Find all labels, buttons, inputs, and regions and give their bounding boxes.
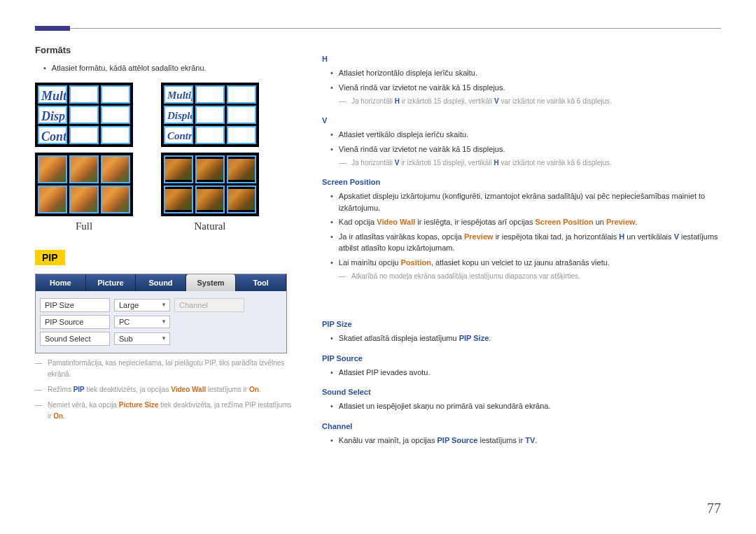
- page-number: 77: [707, 500, 721, 517]
- header-rule: [35, 28, 721, 29]
- grid-cell: [227, 106, 256, 124]
- sound-select-label: Sound Select: [40, 332, 110, 346]
- note-text: Ņemiet vērā, ka opcija Picture Size tiek…: [48, 400, 294, 422]
- mdc-text: Display: [41, 111, 67, 122]
- sp-bullet-1: Apskatiet displeju izkārtojumu (konfigur…: [330, 190, 721, 213]
- pip-size-heading: PIP Size: [322, 320, 721, 328]
- h-note: Ja horizontāli H ir izkārtoti 15 displej…: [339, 96, 721, 106]
- note-text: Pamatinformācija, kas nepieciešama, lai …: [48, 358, 294, 380]
- grid-cell: Display: [38, 106, 67, 124]
- screen-position-heading: Screen Position: [322, 178, 721, 186]
- header-accent-bar: [35, 26, 70, 31]
- full-label: Full: [35, 220, 133, 232]
- h-bullet-1: Atlasiet horizontālo displeja ierīču ska…: [330, 67, 721, 79]
- channel-bullet: Kanālu var mainīt, ja opcijas PIP Source…: [330, 435, 721, 447]
- content-columns: Formāts Atlasiet formātu, kādā attēlot s…: [35, 45, 721, 449]
- pip-size-select[interactable]: Large: [114, 299, 170, 311]
- channel-disabled-label: Channel: [174, 298, 244, 312]
- formats-bullet: Atlasiet formātu, kādā attēlot sadalīto …: [43, 62, 294, 74]
- pip-settings-panel: Home Picture Sound System Tool PIP Size …: [35, 274, 287, 353]
- grid-cell: Control: [164, 126, 193, 144]
- tab-home[interactable]: Home: [36, 274, 86, 291]
- bullet-text: Skatiet atlasītā displeja iestatījumu PI…: [339, 332, 491, 344]
- grid-cell: [101, 106, 130, 124]
- pip-source-label: PIP Source: [40, 315, 110, 329]
- note-text: Atkarībā no modeļa ekrāna sadalītāja ies…: [351, 271, 580, 281]
- grid-cell: [101, 126, 130, 144]
- v-bullet-1: Atlasiet vertikālo displeja ierīču skait…: [330, 129, 721, 141]
- pip-source-row: PIP Source PC: [40, 315, 282, 329]
- sound-select-row: Sound Select Sub: [40, 332, 282, 346]
- grid-cell: [69, 126, 99, 144]
- bullet-text: Lai mainītu opciju Position, atlasiet ko…: [339, 257, 610, 269]
- pip-badge: PIP: [35, 250, 65, 265]
- natural-mdc-grid: Multiple Display Control: [161, 83, 259, 147]
- flower-cell: [227, 185, 256, 213]
- bullet-text: Ja ir atlasītas vairākas kopas, opcija P…: [339, 231, 721, 254]
- mdc-text: Multiple: [167, 90, 193, 100]
- grid-cell: Display: [164, 106, 193, 124]
- tab-tool[interactable]: Tool: [236, 274, 286, 291]
- sound-select-select[interactable]: Sub: [114, 332, 170, 345]
- v-note: Ja horizontāli V ir izkārtoti 15 displej…: [339, 157, 721, 168]
- h-heading: H: [322, 55, 721, 63]
- mdc-text: Multiple: [41, 90, 67, 102]
- formats-heading: Formāts: [35, 45, 294, 55]
- grid-cell: [195, 106, 225, 124]
- mdc-text: Display: [167, 111, 193, 120]
- grid-cell: [101, 85, 130, 104]
- pip-right-section: PIP Size Skatiet atlasītā displeja iesta…: [322, 320, 721, 446]
- tab-sound[interactable]: Sound: [136, 274, 186, 291]
- pip-note-2: Režīms PIP tiek deaktivizēts, ja opcijas…: [35, 384, 294, 395]
- pip-tabs: Home Picture Sound System Tool: [36, 274, 286, 291]
- note-text: Režīms PIP tiek deaktivizēts, ja opcijas…: [48, 384, 261, 395]
- grid-cell: Multiple: [164, 85, 193, 104]
- flower-cell: [69, 155, 99, 183]
- grid-cell: [69, 106, 99, 124]
- grid-cell: [227, 126, 256, 144]
- channel-heading: Channel: [322, 422, 721, 430]
- v-bullet-2: Vienā rindā var izvietot ne vairāk kā 15…: [330, 143, 721, 155]
- bullet-text: Vienā rindā var izvietot ne vairāk kā 15…: [339, 143, 505, 155]
- bullet-text: Atlasiet un iespējojiet skaņu no primārā…: [339, 400, 551, 412]
- sp-bullet-2: Kad opcija Video Wall ir ieslēgta, ir ie…: [330, 216, 721, 228]
- pip-size-label: PIP Size: [40, 298, 110, 312]
- format-full-block: Multiple Display Control: [35, 83, 133, 232]
- note-text: Ja horizontāli H ir izkārtoti 15 displej…: [351, 96, 612, 106]
- grid-cell: [69, 85, 99, 104]
- flower-cell: [101, 185, 130, 213]
- grid-cell: Multiple: [38, 85, 67, 104]
- bullet-text: Kanālu var mainīt, ja opcijas PIP Source…: [339, 435, 538, 447]
- tab-picture[interactable]: Picture: [86, 274, 136, 291]
- flower-cell: [164, 155, 193, 183]
- pip-note-1: Pamatinformācija, kas nepieciešama, lai …: [35, 358, 294, 380]
- pip-size-bullet: Skatiet atlasītā displeja iestatījumu PI…: [330, 332, 721, 344]
- pip-size-row: PIP Size Large Channel: [40, 298, 282, 312]
- bullet-text: Vienā rindā var izvietot ne vairāk kā 15…: [339, 82, 505, 94]
- format-natural-block: Multiple Display Control: [161, 83, 259, 232]
- bullet-text: Atlasiet vertikālo displeja ierīču skait…: [339, 129, 468, 141]
- natural-label: Natural: [161, 220, 259, 232]
- format-examples-row: Multiple Display Control: [35, 83, 294, 232]
- pip-note-3: Ņemiet vērā, ka opcija Picture Size tiek…: [35, 400, 294, 422]
- flower-cell: [69, 185, 99, 213]
- flower-cell: [101, 155, 130, 183]
- bullet-text: Atlasiet horizontālo displeja ierīču ska…: [339, 67, 477, 79]
- sp-bullet-4: Lai mainītu opciju Position, atlasiet ko…: [330, 257, 721, 269]
- v-heading: V: [322, 116, 721, 125]
- bullet-text: Apskatiet displeju izkārtojumu (konfigur…: [339, 190, 721, 213]
- full-mdc-grid: Multiple Display Control: [35, 83, 133, 147]
- pip-source-bullet: Atlasiet PIP ievades avotu.: [330, 367, 721, 379]
- flower-cell: [38, 155, 67, 183]
- note-text: Ja horizontāli V ir izkārtoti 15 displej…: [351, 157, 612, 168]
- pip-source-select[interactable]: PC: [114, 316, 170, 328]
- flower-cell: [195, 185, 225, 213]
- tab-system[interactable]: System: [186, 274, 237, 291]
- sp-note: Atkarībā no modeļa ekrāna sadalītāja ies…: [339, 271, 721, 281]
- flower-cell: [227, 155, 256, 183]
- mdc-text: Control: [41, 131, 67, 143]
- flower-cell: [164, 185, 193, 213]
- left-column: Formāts Atlasiet formātu, kādā attēlot s…: [35, 45, 294, 449]
- grid-cell: [195, 126, 225, 144]
- pip-body: PIP Size Large Channel PIP Source PC Sou…: [36, 291, 286, 353]
